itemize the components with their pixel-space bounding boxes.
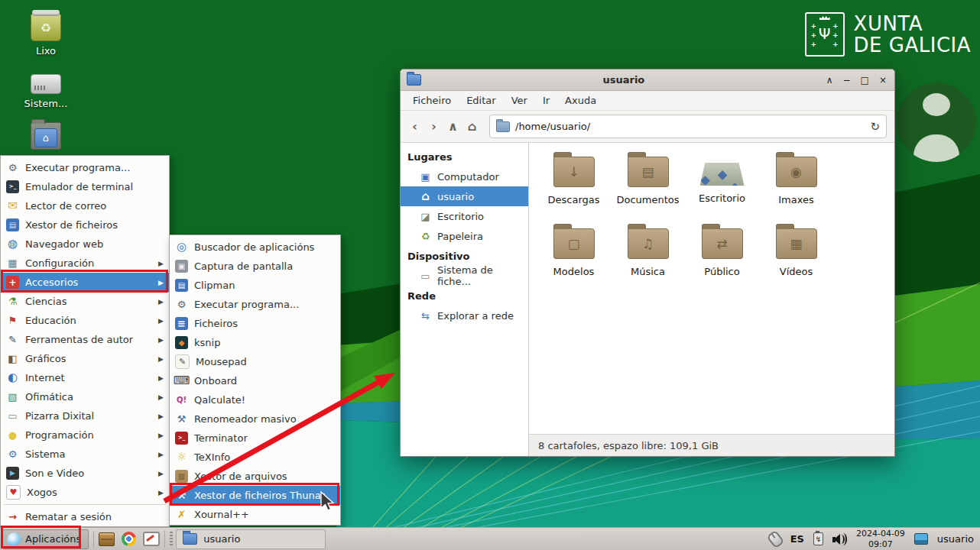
texinfo-icon: ☼ [175,451,188,464]
submenu-item-ficheiros[interactable]: ≡ Ficheiros [170,314,340,333]
mouse-device-icon[interactable] [766,529,784,548]
desktop-icon-sistem[interactable]: Sistem... [24,70,68,109]
desktop-icon[interactable] [31,122,61,154]
xunta-de-galicia-logo: Ψ +++ +++ XUNTA DE GALICIA [805,12,971,57]
sidebar-item-papeleira[interactable]: ♻ Papeleira [401,226,528,246]
menubar-item-ficheiro[interactable]: Ficheiro [405,91,459,110]
submenu-arrow-icon [158,432,164,439]
file-item-musica[interactable]: ♫ Música [611,225,685,297]
file-item-escritorio[interactable]: Escritorio [685,154,759,225]
submenu-item-xestor-de-arquivos[interactable]: ▥ Xestor de arquivos [170,467,340,486]
window-control-minimize-button[interactable]: − [843,76,851,85]
submenu-arrow-icon [158,470,164,477]
submenu-item-xournal[interactable]: ✗ Xournal++ [170,505,340,524]
menubar-item-editar[interactable]: Editar [459,91,504,110]
tasklist-handle[interactable] [170,532,173,547]
media-icon: ▶ [6,467,19,480]
submenu-item-xestor-de-ficheiros-thunar[interactable]: ⚒ Xestor de ficheiros Thunar [170,486,340,505]
submenu-item-mousepad[interactable]: ✎ Mousepad [170,352,340,371]
volume-icon[interactable] [832,533,847,545]
submenu-arrow-icon [158,336,164,344]
archive-launcher-icon[interactable] [99,532,115,546]
submenu-arrow-icon [158,412,164,420]
menu-item-pizarra-dixital[interactable]: ▭ Pizarra Dixital [1,406,169,425]
submenu-item-captura-de-pantalla[interactable]: ▣ Captura de pantalla [170,257,340,276]
notes-launcher-icon[interactable] [143,532,160,546]
toolbar-button-up-button[interactable]: ∧ [443,119,462,134]
mousepad-icon: ✎ [175,354,190,369]
toolbar-button-home-button[interactable]: ⌂ [462,119,482,134]
menu-item-xogos[interactable]: ♥ Xogos [1,483,169,502]
refresh-icon[interactable]: ↻ [870,120,880,134]
home-icon: ⌂ [419,189,432,203]
onboard-icon: ⌨ [175,374,188,387]
menubar-item-ir[interactable]: Ir [535,91,557,110]
submenu-item-onboard[interactable]: ⌨ Onboard [170,371,340,390]
submenu-item-executar-programa[interactable]: ⚙ Executar programa... [170,295,340,314]
submenu-item-buscador-de-aplicacions[interactable]: ◎ Buscador de aplicacións [170,238,340,257]
clock-date: 2024-04-09 [856,529,905,539]
menubar: FicheiroEditarVerIrAxuda [401,91,894,111]
menubar-item-ver[interactable]: Ver [504,91,535,110]
window-controls: ∧−□× [826,76,887,85]
path-bar[interactable]: /home/usuario/ ↻ [489,115,887,138]
toolbar-button-forward-button[interactable]: › [424,119,443,134]
menu-item-accesorios[interactable]: + Accesorios [1,273,169,292]
menu-item-internet[interactable]: ◐ Internet [1,368,169,387]
file-item-publico[interactable]: ⇄ Público [685,225,759,297]
menu-item-sistema[interactable]: ⚙ Sistema [1,445,169,464]
menu-item-lector-de-correo[interactable]: ✉ Lector de correo [1,196,169,215]
accessories-icon: + [6,276,19,289]
submenu-item-qalculate[interactable]: Q! Qalculate! [170,390,340,409]
sidebar-item-explorar-a-rede[interactable]: ⇆ Explorar a rede [401,306,528,325]
menu-item-son-e-video[interactable]: ▶ Son e Video [1,464,169,483]
clipboard-icon: ▤ [175,279,188,292]
menu-item-ferramentas-de-autor[interactable]: ✎ Ferramentas de autor [1,330,169,349]
sidebar-item-usuario[interactable]: ⌂ usuario [401,186,528,206]
menu-item-ciencias[interactable]: ⚗ Ciencias [1,292,169,311]
desktop-icon-lixo[interactable]: Lixo [31,14,61,57]
menu-item-configuracion[interactable]: ▦ Configuración [1,254,169,273]
applications-button[interactable]: Aplicacións [2,529,89,549]
submenu-item-clipman[interactable]: ▤ Clipman [170,276,340,295]
task-button-usuario[interactable]: usuario [176,529,326,549]
clock-time: 09:07 [856,539,905,549]
submenu-item-ksnip[interactable]: ◆ ksnip [170,333,340,352]
menu-item-programacion[interactable]: ● Programación [1,425,169,445]
menu-item-executar-programa[interactable]: ⚙ Executar programa... [1,158,169,177]
submenu-item-terminator[interactable]: >_ Terminator [170,429,340,448]
sidebar-item-escritorio[interactable]: ◪ Escritorio [401,206,528,226]
submenu-item-renomeador-masivo[interactable]: ⚒ Renomeador masivo [170,409,340,429]
system-tray: ES ↯ 2024-04-09 09:07 usuario [770,529,974,548]
submenu-item-texinfo[interactable]: ☼ TeXInfo [170,448,340,467]
titlebar[interactable]: usuario ∧−□× [401,70,894,91]
window-control-shade-button[interactable]: ∧ [826,76,833,85]
menu-item-xestor-de-ficheiros[interactable]: ▤ Xestor de ficheiros [1,215,169,235]
file-item-videos[interactable]: ▦ Vídeos [759,225,833,297]
window-control-close-button[interactable]: × [879,76,887,85]
file-item-imaxes[interactable]: ◉ Imaxes [759,154,833,225]
menu-item-educacion[interactable]: ⚑ Educación [1,311,169,330]
file-item-descargas[interactable]: ↓ Descargas [537,154,611,225]
menu-item-graficos[interactable]: ◧ Gráficos [1,349,169,368]
toolbar-button-back-button[interactable]: ‹ [405,119,424,134]
menu-item-emulador-de-terminal[interactable]: >_ Emulador de terminal [1,177,169,196]
display-icon[interactable] [914,533,928,545]
file-item-documentos[interactable]: ▤ Documentos [611,154,685,225]
window-control-maximize-button[interactable]: □ [861,76,869,85]
menubar-item-axuda[interactable]: Axuda [557,91,604,110]
menu-item-rematar-a-sesion[interactable]: → Rematar a sesión [1,507,169,526]
clock[interactable]: 2024-04-09 09:07 [856,529,905,548]
file-item-modelos[interactable]: ▢ Modelos [537,225,611,297]
menu-item-ofimatica[interactable]: ▧ Ofimática [1,387,169,406]
sidebar-item-lugares: Lugares [401,147,528,167]
folder-templates-icon: ▢ [553,228,595,259]
sidebar-item-sistema-de-fiche[interactable]: ▭ Sistema de fiche... [401,266,528,286]
battery-icon[interactable]: ↯ [813,532,823,545]
window-folder-icon [407,74,421,86]
sidebar-item-computador[interactable]: ▣ Computador [401,167,528,186]
menu-item-navegador-web[interactable]: ◍ Navegador web [1,235,169,254]
education-icon: ⚑ [6,314,19,327]
keyboard-layout-indicator[interactable]: ES [790,533,804,545]
chrome-launcher-icon[interactable] [122,532,136,546]
